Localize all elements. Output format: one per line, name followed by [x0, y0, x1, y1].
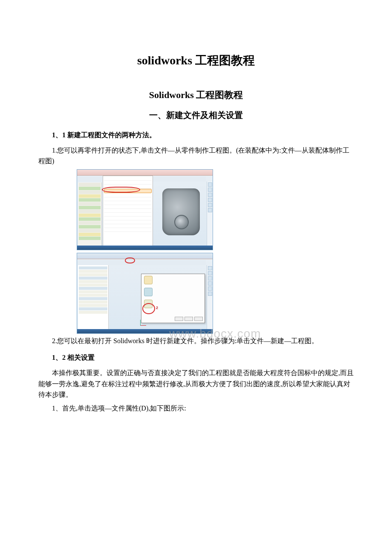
feature-tree-2	[78, 265, 109, 329]
assembly-icon	[144, 288, 153, 296]
heading-1-1: 1、1 新建工程图文件的两种方法。	[38, 130, 354, 141]
orientation-axes-icon	[140, 317, 149, 326]
app-titlebar-2	[77, 253, 213, 259]
right-task-pane-2	[207, 265, 213, 332]
right-task-pane	[207, 182, 213, 249]
paragraph-settings-intro: 本操作极其重要。设置的正确与否直接决定了我们的工程图就是否能最大程度符合国标中的…	[38, 367, 354, 400]
new-document-dialog: 2	[141, 274, 205, 323]
paragraph-method-1: 1.您可以再零件打开的状态下,单击文件—从零件制作工程图。(在装配体中为:文件—…	[38, 145, 354, 167]
document-sub-title: Solidworks 工程图教程	[38, 87, 354, 102]
screenshot-1	[77, 169, 213, 250]
callout-circle-2	[142, 303, 155, 314]
app-toolbar-2	[78, 260, 206, 265]
section-1-title: 一、新建文件及相关设置	[38, 108, 354, 122]
feature-tree	[78, 182, 102, 249]
part-icon	[144, 276, 153, 284]
paragraph-method-2: 2.您可以在最初打开 Solidworks 时进行新建文件。操作步骤为:单击文件…	[38, 335, 354, 347]
screenshot-1-wrap	[77, 169, 354, 250]
screenshot-group: 2 www.bdocx.com	[38, 169, 354, 334]
screenshot-2-wrap: 2 www.bdocx.com	[77, 253, 354, 334]
callout-number-2: 2	[156, 305, 158, 311]
screenshot-2: 2	[77, 253, 213, 334]
windows-taskbar-2	[77, 329, 213, 333]
callout-circle-1	[102, 187, 140, 193]
paragraph-step-1: 1、首先,单击选项—文件属性(D),如下图所示:	[38, 403, 354, 414]
app-titlebar	[77, 170, 213, 176]
windows-taskbar	[77, 246, 213, 250]
dialog-buttons	[175, 317, 203, 321]
callout-circle-file-menu	[125, 257, 135, 263]
document-main-title: solidworks 工程图教程	[38, 51, 354, 70]
heading-1-2: 1、2 相关设置	[38, 352, 354, 363]
part-3d-preview	[162, 188, 200, 235]
